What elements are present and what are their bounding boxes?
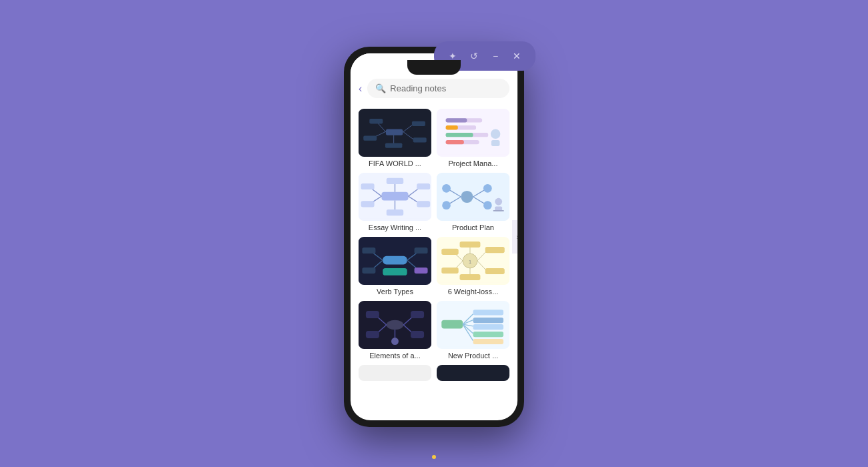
card-thumb-project xyxy=(437,109,509,157)
svg-rect-59 xyxy=(415,268,428,274)
minimize-button[interactable]: − xyxy=(486,47,505,65)
svg-rect-3 xyxy=(369,119,383,123)
svg-rect-97 xyxy=(473,332,503,337)
svg-rect-53 xyxy=(362,248,375,254)
card-partial-2[interactable] xyxy=(437,365,509,384)
svg-point-46 xyxy=(442,201,451,209)
bottom-indicator xyxy=(432,455,436,459)
card-thumb-essay xyxy=(359,173,431,221)
svg-rect-20 xyxy=(446,140,464,144)
svg-rect-49 xyxy=(493,210,503,211)
slide-tab[interactable]: › xyxy=(512,220,517,254)
card-fifa[interactable]: FIFA WORLD ... xyxy=(359,109,431,167)
svg-point-87 xyxy=(391,338,399,345)
svg-point-44 xyxy=(442,184,451,193)
card-verb[interactable]: Verb Types xyxy=(359,237,431,296)
phone-notch xyxy=(407,60,461,75)
svg-point-21 xyxy=(491,129,501,139)
card-product-plan[interactable]: Product Plan xyxy=(437,173,509,231)
card-label-elements: Elements of a... xyxy=(359,352,431,360)
svg-rect-34 xyxy=(387,178,403,184)
card-label-fifa: FIFA WORLD ... xyxy=(359,159,431,167)
back-button[interactable]: ‹ xyxy=(359,83,362,95)
card-new-product[interactable]: New Product ... xyxy=(437,301,509,360)
search-icon: 🔍 xyxy=(375,83,386,93)
svg-rect-57 xyxy=(415,248,428,254)
svg-rect-1 xyxy=(386,129,403,135)
svg-rect-91 xyxy=(473,310,503,315)
svg-rect-75 xyxy=(460,274,481,280)
card-thumb-new-product xyxy=(437,301,509,349)
svg-rect-69 xyxy=(460,242,481,248)
svg-rect-51 xyxy=(383,256,407,265)
card-elements[interactable]: Elements of a... xyxy=(359,301,431,360)
svg-rect-14 xyxy=(446,118,467,122)
card-label-verb: Verb Types xyxy=(359,288,431,296)
svg-rect-71 xyxy=(441,249,458,255)
svg-rect-60 xyxy=(383,268,407,276)
grid-row-3: Verb Types 1 xyxy=(359,237,509,296)
svg-rect-93 xyxy=(473,318,503,323)
svg-rect-16 xyxy=(446,125,458,129)
search-placeholder: Reading notes xyxy=(390,83,446,93)
card-label-product-plan: Product Plan xyxy=(437,223,509,231)
svg-text:1: 1 xyxy=(469,259,471,265)
card-thumb-product-plan xyxy=(437,173,509,221)
search-input-wrap[interactable]: 🔍 Reading notes xyxy=(367,79,509,98)
svg-rect-26 xyxy=(361,183,375,189)
close-button[interactable]: ✕ xyxy=(507,47,526,65)
card-project[interactable]: Project Mana... xyxy=(437,109,509,167)
card-essay[interactable]: Essay Writing ... xyxy=(359,173,431,231)
card-label-new-product: New Product ... xyxy=(437,352,509,360)
svg-rect-83 xyxy=(411,311,424,318)
card-label-essay: Essay Writing ... xyxy=(359,223,431,231)
cards-grid: FIFA WORLD ... xyxy=(351,103,517,420)
close-icon: ✕ xyxy=(513,51,521,61)
grid-row-2: Essay Writing ... xyxy=(359,173,509,231)
svg-rect-79 xyxy=(366,311,379,318)
svg-point-42 xyxy=(483,201,492,209)
svg-rect-32 xyxy=(417,201,430,207)
svg-rect-85 xyxy=(411,331,424,338)
svg-point-38 xyxy=(461,191,473,203)
svg-rect-99 xyxy=(473,339,503,344)
svg-rect-95 xyxy=(473,324,503,330)
svg-rect-36 xyxy=(387,209,403,215)
svg-rect-81 xyxy=(366,331,379,338)
card-thumb-elements xyxy=(359,301,431,349)
phone-frame: › ‹ 🔍 Reading notes xyxy=(344,47,524,427)
card-thumb-weight: 1 xyxy=(437,237,509,285)
grid-row-5 xyxy=(359,365,509,384)
svg-rect-65 xyxy=(485,247,505,253)
svg-point-77 xyxy=(387,320,403,330)
svg-rect-11 xyxy=(413,137,427,142)
svg-rect-22 xyxy=(491,140,500,146)
svg-rect-30 xyxy=(417,183,430,189)
svg-point-40 xyxy=(483,184,492,193)
svg-rect-18 xyxy=(446,133,473,137)
svg-rect-9 xyxy=(363,136,377,141)
minimize-icon: − xyxy=(493,51,498,61)
svg-rect-5 xyxy=(412,121,425,126)
svg-point-47 xyxy=(495,198,502,205)
card-thumb-partial-1 xyxy=(359,365,431,381)
history-icon: ↺ xyxy=(470,51,478,61)
svg-rect-28 xyxy=(361,201,375,207)
history-button[interactable]: ↺ xyxy=(465,47,483,65)
card-weight[interactable]: 1 xyxy=(437,237,509,296)
svg-rect-7 xyxy=(385,143,402,147)
card-label-project: Project Mana... xyxy=(437,159,509,167)
svg-rect-24 xyxy=(382,192,409,201)
svg-rect-67 xyxy=(485,268,505,274)
svg-rect-73 xyxy=(441,268,458,274)
phone-screen: › ‹ 🔍 Reading notes xyxy=(351,53,517,420)
grid-row-1: FIFA WORLD ... xyxy=(359,109,509,167)
svg-rect-55 xyxy=(362,268,375,274)
card-thumb-verb xyxy=(359,237,431,285)
svg-rect-89 xyxy=(441,320,463,329)
card-partial-1[interactable] xyxy=(359,365,431,384)
grid-row-4: Elements of a... xyxy=(359,301,509,360)
card-thumb-partial-2 xyxy=(437,365,509,381)
card-label-weight: 6 Weight-loss... xyxy=(437,288,509,296)
phone-body: › ‹ 🔍 Reading notes xyxy=(344,47,524,427)
